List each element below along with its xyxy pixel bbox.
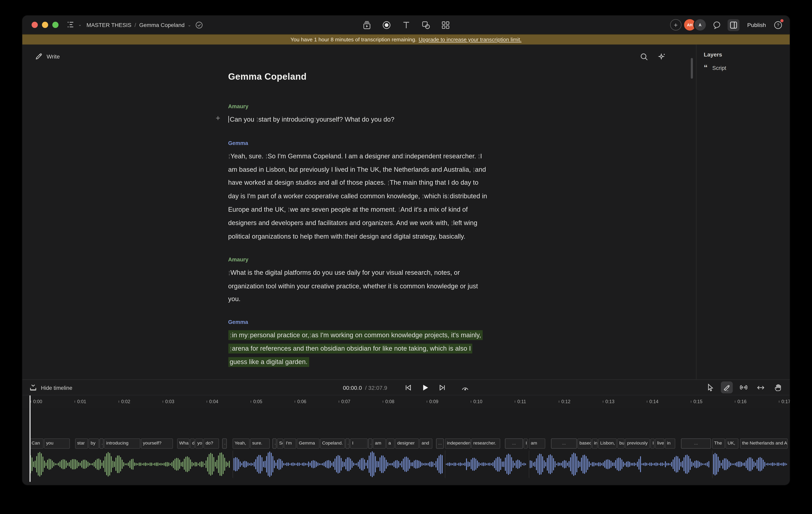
skip-forward-icon[interactable] (439, 384, 446, 391)
timeline-tracks[interactable]: Canyoustarby.introducingyourself?Whadyod… (22, 408, 790, 485)
audio-clip-segment[interactable]: independentresearcher....I (445, 438, 528, 478)
word-clip[interactable]: star (75, 438, 88, 449)
transcript-paragraph[interactable]: ¦What is the digital platforms do you us… (228, 267, 490, 306)
shapes-icon[interactable] (421, 20, 430, 30)
write-mode-button[interactable]: Write (35, 53, 60, 60)
speaker-label[interactable]: Gemma (228, 319, 490, 325)
word-clip[interactable]: you (44, 438, 70, 449)
word-clip[interactable]: sure. (250, 438, 270, 449)
word-clip[interactable]: in (665, 438, 675, 449)
transcript-paragraph[interactable]: Can you ¦start by introducing¦yourself? … (228, 114, 490, 127)
close-window-button[interactable] (32, 22, 38, 28)
range-tool[interactable] (737, 382, 750, 393)
chevron-down-icon[interactable]: ⌄ (187, 23, 191, 27)
chevron-down-icon[interactable]: ⌄ (78, 22, 82, 27)
speaker-label[interactable]: Gemma (228, 140, 490, 146)
word-clip[interactable]: So (277, 438, 283, 449)
waveform[interactable] (445, 450, 528, 478)
avatar[interactable]: A (693, 18, 707, 32)
search-icon[interactable] (640, 53, 648, 63)
word-clip[interactable]: designer (395, 438, 419, 449)
skip-back-icon[interactable] (404, 384, 412, 391)
word-clip[interactable]: Copeland. (320, 438, 345, 449)
word-clip[interactable]: in (592, 438, 598, 449)
text-tool-icon[interactable] (401, 20, 411, 30)
word-clip[interactable]: I (350, 438, 368, 449)
word-clip[interactable]: live (655, 438, 665, 449)
layer-item-script[interactable]: “Script (697, 58, 790, 71)
word-clip[interactable]: do? (204, 438, 219, 449)
pause-clip[interactable]: ... (551, 438, 577, 449)
zoom-window-button[interactable] (52, 22, 59, 28)
hand-tool[interactable] (772, 382, 784, 393)
horizontal-zoom-tool[interactable] (754, 382, 767, 393)
word-clip[interactable]: The (712, 438, 725, 449)
word-clip[interactable]: I'm (284, 438, 296, 449)
word-clip[interactable]: am (373, 438, 386, 449)
add-block-button[interactable]: + (215, 114, 220, 122)
word-clip[interactable]: Yeah, (233, 438, 250, 449)
timeline-ruler[interactable]: 0:000:010:020:030:040:050:060:070:080:09… (22, 395, 790, 408)
select-tool[interactable] (704, 382, 716, 393)
pause-clip[interactable]: ... (681, 438, 711, 449)
speaker-label[interactable]: Amaury (228, 103, 490, 109)
word-clip[interactable]: Wha (177, 438, 190, 449)
word-clip[interactable]: bu (617, 438, 625, 449)
word-clip[interactable]: Can (30, 438, 44, 449)
invite-add-button[interactable]: + (670, 19, 682, 31)
word-clip[interactable]: previously (625, 438, 650, 449)
word-clip[interactable]: d (190, 438, 195, 449)
pause-clip[interactable]: . (99, 438, 104, 449)
toggle-right-panel-button[interactable] (727, 19, 740, 31)
publish-button[interactable]: Publish (745, 22, 768, 28)
pause-clip[interactable]: . (272, 438, 277, 449)
word-clip[interactable]: and (419, 438, 432, 449)
transcript-paragraph[interactable]: ¦Yeah, sure. ¦So I'm Gemma Copeland. I a… (228, 150, 490, 243)
audio-clip-segment[interactable]: TheUK,the Netherlands and Au (712, 438, 788, 478)
word-clip[interactable]: am (529, 438, 545, 449)
document-title[interactable]: Gemma Copeland (228, 71, 490, 82)
pause-clip[interactable]: . (345, 438, 350, 449)
word-clip[interactable]: researcher. (471, 438, 500, 449)
waveform[interactable] (712, 450, 788, 478)
word-clip[interactable]: independent (445, 438, 471, 449)
pause-clip[interactable]: . (222, 438, 227, 449)
clips-icon[interactable] (362, 20, 371, 30)
waveform[interactable] (529, 450, 712, 478)
pause-clip[interactable]: . (368, 438, 372, 449)
help-button[interactable]: ? (774, 20, 782, 29)
project-menu-icon[interactable] (66, 20, 75, 29)
comments-icon[interactable] (713, 20, 722, 30)
word-clip[interactable]: a (386, 438, 395, 449)
playhead[interactable] (30, 395, 30, 482)
layout-grid-icon[interactable] (441, 20, 450, 30)
waveform[interactable] (30, 450, 232, 478)
audio-clip-segment[interactable]: am...basedinLisbon,bupreviouslyIlivein..… (529, 438, 711, 478)
word-clip[interactable]: yo (195, 438, 203, 449)
edit-pen-tool[interactable] (721, 382, 733, 393)
transcript-paragraph[interactable]: ¦in my¦personal practice or,¦as I'm work… (228, 329, 490, 369)
record-icon[interactable] (382, 20, 391, 30)
breadcrumb-project[interactable]: MASTER THESIS (87, 22, 132, 28)
breadcrumb-document[interactable]: Gemma Copeland (139, 22, 184, 28)
pause-clip[interactable]: ... (436, 438, 444, 449)
playback-speed-icon[interactable] (461, 384, 469, 391)
word-clip[interactable]: I (523, 438, 528, 449)
audio-clip-segment[interactable]: Yeah,sure..SoI'mGemmaCopeland..I.amadesi… (233, 438, 444, 478)
word-clip[interactable]: Lisbon, (598, 438, 617, 449)
audio-clip-segment[interactable]: Canyoustarby.introducingyourself?Whadyod… (30, 438, 232, 478)
word-clip[interactable]: introducing (104, 438, 140, 449)
pause-clip[interactable]: ... (505, 438, 523, 449)
hide-timeline-button[interactable]: Hide timeline (30, 384, 72, 391)
word-clip[interactable]: yourself? (141, 438, 173, 449)
word-clip[interactable]: Gemma (297, 438, 319, 449)
script-editor[interactable]: Write (22, 44, 697, 380)
play-button[interactable] (422, 384, 429, 391)
word-clip[interactable]: I (650, 438, 655, 449)
waveform[interactable] (233, 450, 444, 478)
speaker-label[interactable]: Amaury (228, 256, 490, 263)
editor-scrollbar[interactable] (691, 58, 693, 79)
word-clip[interactable]: by (88, 438, 99, 449)
upgrade-link[interactable]: Upgrade to increase your transcription l… (418, 37, 521, 42)
word-clip[interactable]: based (577, 438, 591, 449)
